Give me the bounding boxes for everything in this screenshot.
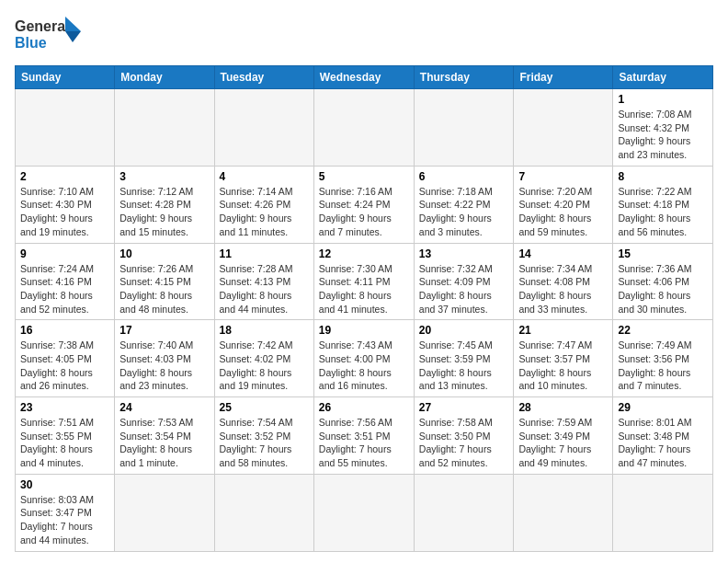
weekday-header-thursday: Thursday bbox=[414, 66, 514, 89]
day-info: Sunrise: 7:34 AM Sunset: 4:08 PM Dayligh… bbox=[518, 262, 608, 316]
calendar-cell bbox=[514, 89, 613, 167]
calendar-cell bbox=[414, 474, 514, 551]
calendar-cell bbox=[16, 89, 115, 167]
day-info: Sunrise: 7:26 AM Sunset: 4:15 PM Dayligh… bbox=[119, 262, 209, 316]
calendar-cell: 7Sunrise: 7:20 AM Sunset: 4:20 PM Daylig… bbox=[514, 166, 613, 243]
calendar-cell bbox=[514, 474, 613, 551]
calendar-cell: 28Sunrise: 7:59 AM Sunset: 3:49 PM Dayli… bbox=[514, 397, 613, 475]
calendar-cell: 10Sunrise: 7:26 AM Sunset: 4:15 PM Dayli… bbox=[115, 243, 214, 320]
logo-icon: GeneralBlue bbox=[15, 15, 88, 56]
day-info: Sunrise: 7:47 AM Sunset: 3:57 PM Dayligh… bbox=[518, 339, 608, 393]
calendar-cell bbox=[214, 89, 313, 167]
calendar-cell: 8Sunrise: 7:22 AM Sunset: 4:18 PM Daylig… bbox=[613, 166, 713, 243]
day-number: 10 bbox=[119, 247, 209, 260]
calendar-cell: 3Sunrise: 7:12 AM Sunset: 4:28 PM Daylig… bbox=[115, 166, 214, 243]
day-number: 19 bbox=[319, 324, 409, 337]
weekday-header-friday: Friday bbox=[514, 66, 613, 89]
day-info: Sunrise: 7:14 AM Sunset: 4:26 PM Dayligh… bbox=[220, 185, 309, 239]
calendar-cell: 13Sunrise: 7:32 AM Sunset: 4:09 PM Dayli… bbox=[414, 243, 514, 320]
day-number: 22 bbox=[618, 324, 708, 337]
day-number: 2 bbox=[20, 170, 109, 183]
day-info: Sunrise: 7:40 AM Sunset: 4:03 PM Dayligh… bbox=[119, 339, 209, 393]
day-number: 25 bbox=[220, 401, 309, 414]
calendar-cell: 5Sunrise: 7:16 AM Sunset: 4:24 PM Daylig… bbox=[313, 166, 414, 243]
calendar-cell bbox=[313, 89, 414, 167]
day-info: Sunrise: 7:49 AM Sunset: 3:56 PM Dayligh… bbox=[618, 339, 708, 393]
day-number: 23 bbox=[20, 401, 109, 414]
day-info: Sunrise: 7:20 AM Sunset: 4:20 PM Dayligh… bbox=[518, 185, 608, 239]
day-info: Sunrise: 7:51 AM Sunset: 3:55 PM Dayligh… bbox=[20, 416, 109, 470]
calendar-cell: 9Sunrise: 7:24 AM Sunset: 4:16 PM Daylig… bbox=[16, 243, 115, 320]
weekday-header-row: SundayMondayTuesdayWednesdayThursdayFrid… bbox=[16, 66, 713, 89]
calendar-cell bbox=[115, 89, 214, 167]
calendar-cell bbox=[613, 474, 713, 551]
calendar-week-row-4: 23Sunrise: 7:51 AM Sunset: 3:55 PM Dayli… bbox=[16, 397, 713, 475]
weekday-header-sunday: Sunday bbox=[16, 66, 115, 89]
calendar-cell: 25Sunrise: 7:54 AM Sunset: 3:52 PM Dayli… bbox=[214, 397, 313, 475]
day-info: Sunrise: 7:42 AM Sunset: 4:02 PM Dayligh… bbox=[220, 339, 309, 393]
day-info: Sunrise: 7:54 AM Sunset: 3:52 PM Dayligh… bbox=[220, 416, 309, 470]
calendar-cell: 19Sunrise: 7:43 AM Sunset: 4:00 PM Dayli… bbox=[313, 320, 414, 397]
day-number: 28 bbox=[518, 401, 608, 414]
calendar-cell: 15Sunrise: 7:36 AM Sunset: 4:06 PM Dayli… bbox=[613, 243, 713, 320]
day-number: 24 bbox=[119, 401, 209, 414]
day-info: Sunrise: 7:18 AM Sunset: 4:22 PM Dayligh… bbox=[419, 185, 509, 239]
calendar-week-row-0: 1Sunrise: 7:08 AM Sunset: 4:32 PM Daylig… bbox=[16, 89, 713, 167]
svg-text:General: General bbox=[15, 18, 70, 34]
calendar-cell bbox=[313, 474, 414, 551]
calendar-cell: 27Sunrise: 7:58 AM Sunset: 3:50 PM Dayli… bbox=[414, 397, 514, 475]
calendar-cell: 21Sunrise: 7:47 AM Sunset: 3:57 PM Dayli… bbox=[514, 320, 613, 397]
calendar-cell: 20Sunrise: 7:45 AM Sunset: 3:59 PM Dayli… bbox=[414, 320, 514, 397]
calendar-week-row-3: 16Sunrise: 7:38 AM Sunset: 4:05 PM Dayli… bbox=[16, 320, 713, 397]
day-info: Sunrise: 7:45 AM Sunset: 3:59 PM Dayligh… bbox=[419, 339, 509, 393]
calendar-cell: 24Sunrise: 7:53 AM Sunset: 3:54 PM Dayli… bbox=[115, 397, 214, 475]
calendar-cell: 29Sunrise: 8:01 AM Sunset: 3:48 PM Dayli… bbox=[613, 397, 713, 475]
calendar: SundayMondayTuesdayWednesdayThursdayFrid… bbox=[15, 65, 713, 552]
calendar-cell: 2Sunrise: 7:10 AM Sunset: 4:30 PM Daylig… bbox=[16, 166, 115, 243]
day-info: Sunrise: 7:10 AM Sunset: 4:30 PM Dayligh… bbox=[20, 185, 109, 239]
day-info: Sunrise: 7:16 AM Sunset: 4:24 PM Dayligh… bbox=[319, 185, 409, 239]
calendar-cell bbox=[414, 89, 514, 167]
calendar-cell: 6Sunrise: 7:18 AM Sunset: 4:22 PM Daylig… bbox=[414, 166, 514, 243]
day-info: Sunrise: 7:56 AM Sunset: 3:51 PM Dayligh… bbox=[319, 416, 409, 470]
calendar-cell: 16Sunrise: 7:38 AM Sunset: 4:05 PM Dayli… bbox=[16, 320, 115, 397]
day-number: 6 bbox=[419, 170, 509, 183]
day-number: 21 bbox=[518, 324, 608, 337]
day-number: 18 bbox=[220, 324, 309, 337]
svg-text:Blue: Blue bbox=[15, 35, 47, 51]
calendar-cell: 26Sunrise: 7:56 AM Sunset: 3:51 PM Dayli… bbox=[313, 397, 414, 475]
day-number: 26 bbox=[319, 401, 409, 414]
day-number: 15 bbox=[618, 247, 708, 260]
calendar-cell: 4Sunrise: 7:14 AM Sunset: 4:26 PM Daylig… bbox=[214, 166, 313, 243]
day-number: 17 bbox=[119, 324, 209, 337]
day-info: Sunrise: 7:59 AM Sunset: 3:49 PM Dayligh… bbox=[518, 416, 608, 470]
weekday-header-monday: Monday bbox=[115, 66, 214, 89]
calendar-cell: 22Sunrise: 7:49 AM Sunset: 3:56 PM Dayli… bbox=[613, 320, 713, 397]
day-info: Sunrise: 7:28 AM Sunset: 4:13 PM Dayligh… bbox=[220, 262, 309, 316]
calendar-week-row-5: 30Sunrise: 8:03 AM Sunset: 3:47 PM Dayli… bbox=[16, 474, 713, 551]
day-number: 11 bbox=[220, 247, 309, 260]
day-info: Sunrise: 8:01 AM Sunset: 3:48 PM Dayligh… bbox=[618, 416, 708, 470]
day-info: Sunrise: 8:03 AM Sunset: 3:47 PM Dayligh… bbox=[20, 493, 109, 547]
calendar-cell: 11Sunrise: 7:28 AM Sunset: 4:13 PM Dayli… bbox=[214, 243, 313, 320]
calendar-cell: 1Sunrise: 7:08 AM Sunset: 4:32 PM Daylig… bbox=[613, 89, 713, 167]
weekday-header-saturday: Saturday bbox=[613, 66, 713, 89]
calendar-cell: 18Sunrise: 7:42 AM Sunset: 4:02 PM Dayli… bbox=[214, 320, 313, 397]
calendar-cell bbox=[214, 474, 313, 551]
day-number: 20 bbox=[419, 324, 509, 337]
day-number: 1 bbox=[618, 93, 708, 106]
day-number: 29 bbox=[618, 401, 708, 414]
header: GeneralBlue bbox=[15, 15, 713, 56]
day-number: 27 bbox=[419, 401, 509, 414]
calendar-week-row-2: 9Sunrise: 7:24 AM Sunset: 4:16 PM Daylig… bbox=[16, 243, 713, 320]
day-info: Sunrise: 7:22 AM Sunset: 4:18 PM Dayligh… bbox=[618, 185, 708, 239]
day-number: 8 bbox=[618, 170, 708, 183]
day-info: Sunrise: 7:12 AM Sunset: 4:28 PM Dayligh… bbox=[119, 185, 209, 239]
logo: GeneralBlue bbox=[15, 15, 88, 56]
day-info: Sunrise: 7:24 AM Sunset: 4:16 PM Dayligh… bbox=[20, 262, 109, 316]
day-number: 4 bbox=[220, 170, 309, 183]
day-number: 9 bbox=[20, 247, 109, 260]
calendar-week-row-1: 2Sunrise: 7:10 AM Sunset: 4:30 PM Daylig… bbox=[16, 166, 713, 243]
calendar-cell: 23Sunrise: 7:51 AM Sunset: 3:55 PM Dayli… bbox=[16, 397, 115, 475]
day-number: 7 bbox=[518, 170, 608, 183]
